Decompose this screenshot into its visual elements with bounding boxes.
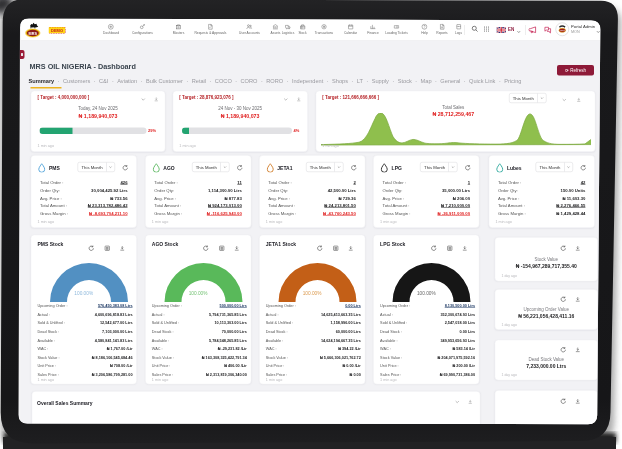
svg-text:LOG: LOG <box>456 25 461 27</box>
svg-text:MRS: MRS <box>559 29 564 31</box>
svg-text:MRS: MRS <box>28 32 37 36</box>
